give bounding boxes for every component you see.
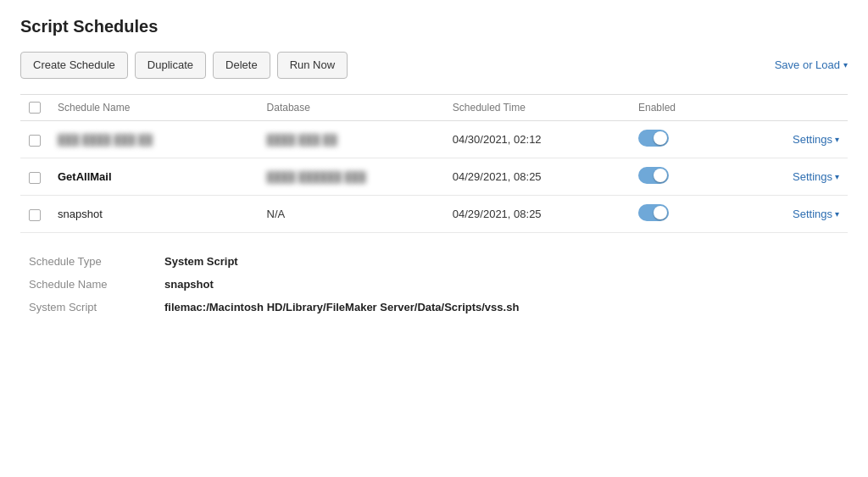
detail-label-0: Schedule Type	[29, 255, 164, 268]
row-enabled-row2	[630, 158, 746, 196]
row-checkbox-cell	[20, 196, 49, 233]
row-settings-row1: Settings ▾	[746, 121, 848, 158]
header-enabled: Enabled	[630, 94, 746, 121]
row-checkbox-row2[interactable]	[29, 172, 41, 184]
detail-label-2: System Script	[29, 301, 164, 313]
duplicate-button[interactable]: Duplicate	[135, 52, 206, 79]
database-text: ████ ██████ ███	[267, 171, 366, 183]
detail-row: Schedule Type System Script	[29, 250, 839, 273]
row-checkbox-row1[interactable]	[29, 135, 41, 147]
detail-label-1: Schedule Name	[29, 278, 164, 291]
chevron-down-icon: ▾	[843, 60, 848, 69]
enabled-toggle-row1[interactable]	[638, 130, 669, 147]
header-settings-col	[746, 94, 848, 121]
schedule-name-text: snapshot	[58, 208, 103, 220]
create-schedule-button[interactable]: Create Schedule	[20, 52, 128, 79]
table-row: ███ ████ ███ ██ ████ ███ ██ 04/30/2021, …	[20, 121, 848, 158]
select-all-checkbox[interactable]	[29, 102, 41, 114]
settings-label: Settings	[793, 133, 832, 146]
time-text: 04/29/2021, 08:25	[453, 170, 542, 183]
row-database-row2: ████ ██████ ███	[259, 158, 444, 196]
table-row: snapshot N/A 04/29/2021, 08:25 Settings …	[20, 196, 848, 233]
page-container: Script Schedules Create Schedule Duplica…	[0, 0, 868, 349]
row-checkbox-row3[interactable]	[29, 209, 41, 221]
settings-link-row1[interactable]: Settings ▾	[754, 133, 839, 146]
detail-row: System Script filemac:/Macintosh HD/Libr…	[29, 296, 839, 319]
save-or-load-button[interactable]: Save or Load ▾	[775, 58, 848, 71]
time-text: 04/29/2021, 08:25	[453, 208, 542, 220]
chevron-down-icon: ▾	[835, 135, 839, 144]
header-database: Database	[259, 94, 444, 121]
enabled-toggle-row3[interactable]	[638, 204, 669, 221]
row-name-row1: ███ ████ ███ ██	[49, 121, 259, 158]
row-enabled-row3	[630, 196, 746, 233]
save-load-label: Save or Load	[775, 58, 840, 71]
table-row: GetAllMail ████ ██████ ███ 04/29/2021, 0…	[20, 158, 848, 196]
detail-value-0: System Script	[164, 255, 238, 268]
detail-panel: Schedule Type System Script Schedule Nam…	[20, 236, 848, 332]
detail-row: Schedule Name snapshot	[29, 273, 839, 296]
chevron-down-icon: ▾	[835, 209, 839, 219]
schedule-name-text: GetAllMail	[58, 170, 112, 183]
blurred-name: ███ ████ ███ ██	[58, 134, 153, 146]
enabled-toggle-row2[interactable]	[638, 167, 669, 184]
row-checkbox-cell	[20, 158, 49, 196]
database-text: ████ ███ ██	[267, 134, 337, 146]
detail-value-1: snapshot	[164, 278, 214, 291]
header-checkbox-cell	[20, 94, 49, 121]
toolbar: Create Schedule Duplicate Delete Run Now…	[20, 52, 848, 79]
row-database-row3: N/A	[259, 196, 444, 233]
settings-link-row2[interactable]: Settings ▾	[754, 170, 839, 183]
schedule-table: Schedule Name Database Scheduled Time En…	[20, 94, 848, 234]
row-time-row3: 04/29/2021, 08:25	[444, 196, 630, 233]
row-checkbox-cell	[20, 121, 49, 158]
row-settings-row2: Settings ▾	[746, 158, 848, 196]
row-enabled-row1	[630, 121, 746, 158]
run-now-button[interactable]: Run Now	[277, 52, 348, 79]
row-database-row1: ████ ███ ██	[259, 121, 444, 158]
row-settings-row3: Settings ▾	[746, 196, 848, 233]
row-name-row3: snapshot	[49, 196, 259, 233]
page-title: Script Schedules	[20, 17, 848, 36]
database-text: N/A	[267, 208, 286, 220]
delete-button[interactable]: Delete	[213, 52, 270, 79]
table-header-row: Schedule Name Database Scheduled Time En…	[20, 94, 848, 121]
chevron-down-icon: ▾	[835, 172, 839, 181]
row-time-row1: 04/30/2021, 02:12	[444, 121, 630, 158]
settings-label: Settings	[793, 208, 832, 220]
settings-label: Settings	[793, 170, 832, 183]
row-time-row2: 04/29/2021, 08:25	[444, 158, 630, 196]
header-scheduled-time: Scheduled Time	[444, 94, 630, 121]
header-schedule-name: Schedule Name	[49, 94, 259, 121]
time-text: 04/30/2021, 02:12	[453, 133, 542, 146]
row-name-row2: GetAllMail	[49, 158, 259, 196]
settings-link-row3[interactable]: Settings ▾	[754, 208, 839, 220]
detail-value-2: filemac:/Macintosh HD/Library/FileMaker …	[164, 301, 519, 313]
